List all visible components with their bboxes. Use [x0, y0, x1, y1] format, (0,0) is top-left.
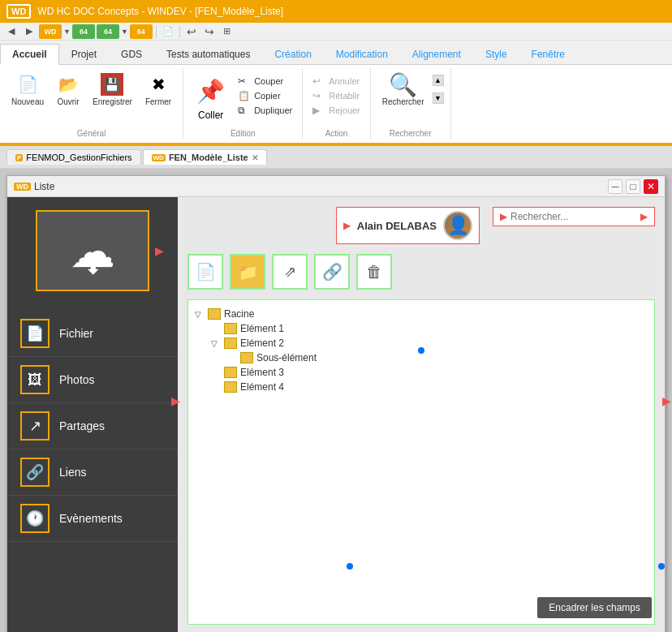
action-small-group: ↩ Annuler ↪ Rétablir ▶ Rejouer	[309, 71, 364, 120]
btn-coller[interactable]: 📌	[190, 75, 231, 108]
btn-fermer[interactable]: ✖ Fermer	[140, 71, 176, 108]
ribbon-tabs: Accueil Projet GDS Tests automatiques Cr…	[0, 41, 672, 65]
qa-redo-btn[interactable]: ↪	[201, 24, 218, 39]
tree-node-element3[interactable]: Elément 3	[211, 365, 648, 380]
btn-couper[interactable]: ✂ Couper	[235, 75, 295, 88]
folder-icon-element1	[224, 323, 237, 334]
action-btn-folder[interactable]: 📁	[230, 254, 265, 290]
qa-back-btn[interactable]: ◀	[3, 24, 19, 39]
btn-annuler[interactable]: ↩ Annuler	[309, 75, 364, 88]
user-name: Alain DELABAS	[357, 220, 437, 232]
form-close-btn[interactable]: ✕	[644, 179, 658, 194]
tab-fenetre[interactable]: Fenêtre	[519, 43, 577, 64]
btn-rejouer[interactable]: ▶ Rejouer	[309, 104, 364, 117]
label-sous: Sous-élément	[256, 352, 317, 363]
user-info-box: ▶ Alain DELABAS 👤	[336, 207, 480, 244]
qa-64-2-btn[interactable]: 64	[97, 24, 119, 39]
tree-node-element4[interactable]: Elément 4	[211, 380, 648, 394]
tree-node-element1[interactable]: Elément 1	[211, 321, 648, 336]
btn-retablir[interactable]: ↪ Rétablir	[309, 89, 364, 102]
nouveau-icon: 📄	[16, 73, 39, 96]
left-arrow-indicator: ▶	[171, 394, 180, 407]
ribbon-group-action: ↩ Annuler ↪ Rétablir ▶ Rejouer Action	[303, 68, 371, 140]
search-right-arrow: ▶	[640, 211, 648, 222]
btn-copier[interactable]: 📋 Copier	[235, 89, 295, 102]
btn-dupliquer[interactable]: ⧉ Dupliquer	[235, 104, 295, 117]
tab-creation[interactable]: Création	[262, 43, 323, 64]
form-maximize-btn[interactable]: □	[626, 179, 640, 194]
label-racine: Racine	[224, 308, 254, 320]
form-title-bar: WD Liste ─ □ ✕	[7, 176, 665, 197]
action-btn-share[interactable]: ⇗	[272, 254, 308, 290]
app-title: WD HC DOC Concepts - WINDEV - [FEN_Modèl…	[37, 6, 666, 17]
qa-grid-btn[interactable]: ⊞	[219, 24, 235, 39]
tab-style[interactable]: Style	[473, 43, 519, 64]
selection-handle-left[interactable]	[347, 563, 353, 570]
btn-enregistrer[interactable]: 💾 Enregistrer	[88, 71, 137, 108]
sidebar-item-evenements[interactable]: 🕐 Evènements	[7, 496, 178, 542]
tab-logo-fen: WD	[152, 154, 166, 161]
search-input[interactable]	[510, 211, 637, 222]
copier-icon: 📋	[238, 90, 251, 101]
fermer-label: Fermer	[145, 97, 171, 106]
rechercher-icon: 🔍	[392, 73, 415, 96]
sidebar-logo-area: ☁ ⬇ ▶	[36, 210, 149, 291]
action-buttons: 📄 📁 ⇗ 🔗 🗑	[187, 254, 655, 290]
folder-icon-element2	[224, 337, 237, 349]
qa-page-btn[interactable]: 📄	[160, 24, 176, 39]
selection-handle-right[interactable]	[658, 563, 665, 570]
btn-rechercher[interactable]: 🔍 Rechercher	[377, 71, 429, 108]
tree-node-racine[interactable]: ▽ Racine	[195, 307, 648, 321]
qa-arrow2[interactable]: ▼	[121, 28, 128, 36]
qa-wd-arrow[interactable]: ▼	[63, 28, 71, 36]
collapse-up-btn[interactable]: ▲	[433, 75, 444, 86]
sidebar-item-liens[interactable]: 🔗 Liens	[7, 449, 178, 496]
qa-forward-btn[interactable]: ▶	[21, 24, 37, 39]
qa-64-3-btn[interactable]: 64	[130, 24, 153, 39]
qa-undo-btn[interactable]: ↩	[183, 24, 200, 39]
btn-nouveau[interactable]: 📄 Nouveau	[6, 71, 49, 108]
form-minimize-btn[interactable]: ─	[608, 179, 622, 194]
tab-tests[interactable]: Tests automatiques	[154, 43, 262, 64]
coller-label: Coller	[198, 110, 223, 121]
tab-gds[interactable]: GDS	[109, 43, 154, 64]
selection-handle-top[interactable]	[418, 347, 424, 354]
tree-node-element2[interactable]: ▽ Elément 2	[211, 336, 648, 350]
cloud-download-icon: ☁ ⬇	[70, 225, 115, 277]
action-btn-link[interactable]: 🔗	[314, 254, 350, 290]
qa-64-btn[interactable]: 64	[72, 24, 95, 39]
action-btn-new[interactable]: 📄	[187, 254, 223, 290]
retablir-icon: ↪	[312, 90, 325, 101]
encadrer-btn[interactable]: Encadrer les champs	[537, 597, 652, 618]
search-arrow-icon: ▶	[500, 211, 507, 222]
form-sidebar: ☁ ⬇ ▶ 📄 Fichier 🖼 Photos	[7, 197, 178, 632]
tab-modification[interactable]: Modification	[324, 43, 400, 64]
ribbon-group-general: 📄 Nouveau 📂 Ouvrir 💾 Enregistrer ✖ Ferme…	[0, 68, 183, 140]
dupliquer-label: Dupliquer	[254, 105, 292, 115]
tab-label-fen: FEN_Modèle_Liste	[169, 153, 248, 162]
action-btn-delete[interactable]: 🗑	[356, 254, 392, 290]
title-bar: WD WD HC DOC Concepts - WINDEV - [FEN_Mo…	[0, 0, 672, 23]
tab-close-btn[interactable]: ✕	[252, 153, 258, 162]
nouveau-label: Nouveau	[11, 97, 44, 106]
doc-tab-fenmod[interactable]: P FENMOD_GestionFichiers	[6, 149, 141, 165]
rechercher-label: Rechercher	[382, 97, 424, 106]
annuler-label: Annuler	[329, 76, 360, 86]
toggle-element2[interactable]: ▽	[211, 339, 224, 348]
doc-tab-fen-modele[interactable]: WD FEN_Modèle_Liste ✕	[143, 149, 267, 165]
btn-ouvrir[interactable]: 📂 Ouvrir	[52, 71, 84, 108]
qa-wd-btn[interactable]: WD	[39, 24, 62, 39]
partages-label: Partages	[59, 419, 105, 432]
tree-node-souselement[interactable]: Sous-élément	[227, 350, 648, 365]
coller-icon: 📌	[196, 78, 225, 105]
tab-projet[interactable]: Projet	[59, 43, 109, 64]
toggle-racine[interactable]: ▽	[195, 310, 208, 319]
sidebar-item-fichier[interactable]: 📄 Fichier	[7, 311, 178, 357]
main-content: WD Liste ─ □ ✕ ☁ ⬇ ▶	[0, 169, 672, 632]
tab-accueil[interactable]: Accueil	[0, 44, 59, 65]
sidebar-item-photos[interactable]: 🖼 Photos	[7, 357, 178, 403]
sidebar-item-partages[interactable]: ↗ Partages	[7, 403, 178, 449]
collapse-down-btn[interactable]: ▼	[433, 92, 444, 104]
liens-label: Liens	[59, 466, 86, 479]
tab-alignement[interactable]: Alignement	[400, 43, 473, 64]
